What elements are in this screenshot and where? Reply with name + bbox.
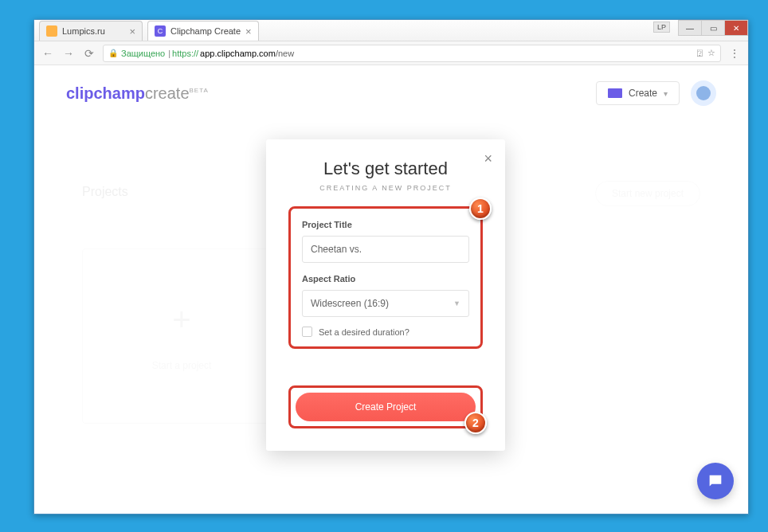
browser-window: Lumpics.ru × C Clipchamp Create × LP — ▭… (33, 19, 749, 514)
lock-icon: 🔒 (108, 49, 118, 57)
modal-title: Let's get started (288, 158, 483, 179)
menu-button[interactable]: ⋮ (727, 46, 742, 61)
maximize-button[interactable]: ▭ (701, 20, 725, 36)
chevron-down-icon: ▾ (664, 89, 668, 98)
project-title-label: Project Title (302, 220, 469, 229)
duration-checkbox-row[interactable]: Set a desired duration? (302, 327, 469, 337)
new-project-modal: × Let's get started CREATING A NEW PROJE… (266, 139, 505, 451)
close-icon[interactable]: × (245, 25, 252, 37)
annotation-1: 1 (469, 198, 492, 220)
profile-badge[interactable]: LP (653, 22, 670, 33)
logo-text-1: clipchamp (66, 84, 145, 102)
reload-button[interactable]: ⟳ (82, 46, 96, 61)
close-button[interactable]: ✕ (724, 20, 748, 36)
create-project-button[interactable]: Create Project (296, 393, 476, 421)
tab-clipchamp[interactable]: C Clipchamp Create × (147, 21, 259, 41)
beta-badge: BETA (190, 87, 209, 94)
checkbox[interactable] (302, 327, 312, 337)
url-host: app.clipchamp.com (200, 49, 276, 58)
create-label: Create (629, 88, 657, 99)
tab-label: Lumpics.ru (62, 26, 105, 36)
duration-label: Set a desired duration? (319, 327, 409, 337)
close-icon[interactable]: × (129, 25, 135, 37)
translate-icon[interactable]: ⍰ (697, 48, 703, 58)
chat-icon (707, 472, 724, 490)
page-content: clipchampcreateBETA Create ▾ Projects St… (34, 65, 748, 514)
forward-button[interactable]: → (61, 46, 76, 61)
logo: clipchampcreateBETA (66, 84, 209, 103)
favicon-clipchamp: C (155, 25, 166, 37)
secure-label: Защищено (121, 49, 165, 58)
tab-label: Clipchamp Create (170, 26, 241, 36)
address-bar: ← → ⟳ 🔒 Защищено | https://app.clipchamp… (34, 41, 748, 65)
chat-button[interactable] (697, 463, 734, 499)
tab-lumpics[interactable]: Lumpics.ru × (39, 21, 143, 41)
app-header: clipchampcreateBETA Create ▾ (34, 65, 748, 121)
header-right: Create ▾ (596, 80, 716, 106)
url-path: /new (276, 49, 294, 58)
annotation-2: 2 (464, 412, 487, 434)
minimize-button[interactable]: — (678, 20, 702, 36)
aspect-ratio-select[interactable]: Widescreen (16:9) ▼ (302, 290, 469, 317)
close-icon[interactable]: × (484, 151, 492, 167)
window-controls: — ▭ ✕ (679, 20, 748, 36)
logo-text-2: create (145, 84, 190, 102)
form-section: 1 Project Title Aspect Ratio Widescreen … (288, 206, 483, 349)
chevron-down-icon: ▼ (453, 299, 460, 307)
aspect-ratio-label: Aspect Ratio (302, 274, 469, 284)
button-section: Create Project 2 (288, 385, 483, 428)
url-input[interactable]: 🔒 Защищено | https://app.clipchamp.com/n… (103, 45, 721, 62)
url-separator: | (168, 49, 170, 58)
back-button[interactable]: ← (41, 46, 55, 61)
create-dropdown[interactable]: Create ▾ (596, 81, 680, 105)
avatar[interactable] (691, 80, 716, 106)
create-icon (608, 88, 622, 98)
bookmark-icon[interactable]: ☆ (707, 48, 715, 58)
project-title-input[interactable] (302, 236, 469, 263)
aspect-value: Widescreen (16:9) (311, 298, 389, 309)
url-proto: https:// (172, 49, 198, 58)
titlebar: Lumpics.ru × C Clipchamp Create × LP — ▭… (34, 20, 748, 41)
modal-subtitle: CREATING A NEW PROJECT (288, 184, 483, 192)
favicon-lumpics (46, 25, 57, 37)
